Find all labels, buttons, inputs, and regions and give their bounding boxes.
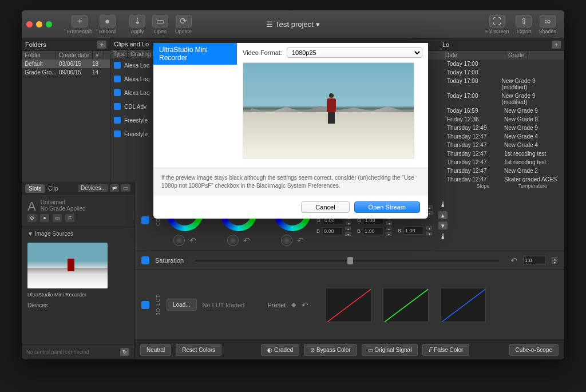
- reset-colors-button[interactable]: Reset Colors: [176, 344, 221, 356]
- look-row[interactable]: Today 17:00: [442, 68, 564, 77]
- lut-checkbox[interactable]: [141, 301, 149, 309]
- look-row[interactable]: Today 17:00New Grade 9 (modified): [442, 77, 564, 92]
- temp-down-icon[interactable]: ▾: [438, 221, 448, 229]
- gamma-knob[interactable]: [227, 235, 239, 246]
- green-curve[interactable]: [383, 288, 429, 322]
- undo-icon[interactable]: ↶: [510, 256, 517, 265]
- looks-title: Lo: [442, 41, 449, 48]
- tab-clip[interactable]: Clip: [45, 184, 61, 193]
- look-row[interactable]: Friday 12:36New Grade 9: [442, 115, 564, 124]
- slot-name-label: Unnamed: [27, 199, 128, 205]
- fullscreen-button[interactable]: ⛶Fullscreen: [485, 15, 509, 34]
- temperature-header: Temperature: [518, 183, 547, 189]
- open-stream-button[interactable]: Open Stream: [354, 201, 420, 213]
- project-title[interactable]: ☰ Test project ▾: [266, 20, 319, 29]
- graded-button[interactable]: ◐ Graded: [261, 344, 299, 356]
- open-button[interactable]: ▭Open: [152, 15, 168, 34]
- folders-columns: Folder Create date #: [22, 51, 110, 60]
- b-input[interactable]: [322, 227, 343, 235]
- framegrab-button[interactable]: ＋Framegrab: [67, 15, 92, 34]
- record-dot-icon[interactable]: ●: [40, 214, 49, 222]
- layout-icon[interactable]: ▭: [121, 184, 130, 192]
- undo-icon[interactable]: ↶: [302, 300, 308, 310]
- cdl-checkbox[interactable]: [141, 216, 149, 224]
- folder-row[interactable]: Default03/06/1518: [22, 60, 110, 68]
- slope-header: Slope: [476, 183, 489, 189]
- source-thumbnail[interactable]: [27, 243, 108, 288]
- saturation-section: Saturation ↶ ▴▾: [134, 251, 564, 270]
- window-controls: [26, 21, 52, 27]
- devices-section: Devices: [22, 299, 134, 312]
- load-button[interactable]: Load...: [167, 299, 197, 311]
- svg-line-2: [441, 288, 485, 322]
- export-button[interactable]: ⇧Export: [516, 15, 532, 34]
- slot-a[interactable]: A Unnamed No Grade Applied ⊘ ● ▭ F: [22, 195, 134, 227]
- lock-icon[interactable]: ⊘: [27, 214, 37, 222]
- thumbnail-label: UltraStudio Mini Recorder: [22, 291, 134, 299]
- original-button[interactable]: ▭ Original Signal: [362, 344, 418, 356]
- camera-icon[interactable]: ▭: [53, 214, 62, 222]
- slots-panel: SlotsClip Devices... ⇄ ▭ A Unnamed No Gr…: [22, 182, 134, 359]
- minimize-window-icon[interactable]: [36, 21, 42, 27]
- neutral-button[interactable]: Neutral: [140, 344, 171, 356]
- f-icon[interactable]: F: [65, 214, 74, 222]
- undo-icon[interactable]: ↶: [297, 236, 304, 245]
- saturation-value[interactable]: [523, 256, 546, 265]
- video-format-select[interactable]: 1080p25: [287, 47, 422, 58]
- b-slope-input[interactable]: [363, 227, 383, 235]
- look-row[interactable]: Thursday 12:47New Grade 4: [442, 132, 564, 141]
- blue-curve[interactable]: [440, 288, 486, 322]
- temp-up-icon[interactable]: ▴: [438, 211, 448, 219]
- clips-title: Clips and Lo: [114, 41, 149, 47]
- cancel-button[interactable]: Cancel: [301, 201, 349, 213]
- look-row[interactable]: Thursday 12:47New Grade 4: [442, 141, 564, 149]
- saturation-checkbox[interactable]: [141, 256, 149, 264]
- b-temp-input[interactable]: [403, 227, 424, 235]
- update-button[interactable]: ⟳Update: [175, 15, 192, 34]
- preset-label: Preset: [267, 302, 286, 308]
- look-row[interactable]: Thursday 12:49New Grade 9: [442, 124, 564, 132]
- undo-icon[interactable]: ↶: [243, 236, 250, 245]
- slot-state-label: No Grade Applied: [27, 205, 128, 212]
- saturation-label: Saturation: [155, 257, 184, 264]
- tab-slots[interactable]: Slots: [25, 184, 45, 193]
- undo-icon[interactable]: ↶: [189, 236, 196, 245]
- add-folder-button[interactable]: +: [97, 41, 106, 49]
- modal-hint: If the preview image stays black althoug…: [153, 168, 428, 196]
- look-row[interactable]: Today 16:59New Grade 9: [442, 106, 564, 115]
- look-row[interactable]: Thursday 12:471st recoding test: [442, 149, 564, 158]
- devices-button[interactable]: Devices...: [78, 184, 108, 192]
- red-curve[interactable]: [326, 288, 371, 322]
- saturation-slider[interactable]: [195, 260, 499, 262]
- stream-modal: UltraStudio Mini Recorder Video Format: …: [153, 43, 428, 219]
- falsecolor-button[interactable]: F False Color: [422, 344, 469, 356]
- refresh-icon[interactable]: ↻: [120, 348, 129, 356]
- folder-row[interactable]: Grade Gro...09/06/1514: [22, 68, 110, 77]
- close-window-icon[interactable]: [26, 21, 33, 27]
- look-row[interactable]: Today 17:00: [442, 60, 564, 68]
- lift-knob[interactable]: [173, 235, 185, 246]
- modal-sidebar: UltraStudio Mini Recorder: [153, 43, 237, 168]
- lut-section: 3D LUT Load... No LUT loaded Preset ◆ ↶: [134, 270, 564, 340]
- folders-panel: Folders+ Folder Create date # Default03/…: [22, 39, 110, 182]
- gain-knob[interactable]: [281, 235, 292, 246]
- video-format-label: Video Format:: [243, 49, 282, 56]
- look-row[interactable]: Today 17:00New Grade 9 (modified): [442, 92, 564, 106]
- look-row[interactable]: Thursday 12:47New Grade 2: [442, 167, 564, 175]
- record-button[interactable]: ●Record: [99, 15, 116, 34]
- swap-icon[interactable]: ⇄: [110, 184, 119, 192]
- bypass-button[interactable]: ⊘ Bypass Color: [304, 344, 357, 356]
- maximize-window-icon[interactable]: [46, 21, 52, 27]
- shades-button[interactable]: ∞Shades: [539, 15, 556, 34]
- image-sources-header[interactable]: ▼ Image Sources: [22, 227, 134, 240]
- preview-image: [243, 62, 414, 159]
- cubeoscope-button[interactable]: Cube-o-Scope: [509, 344, 559, 356]
- look-row[interactable]: Thursday 12:471st recoding test: [442, 158, 564, 167]
- modal-device-item[interactable]: UltraStudio Mini Recorder: [153, 43, 237, 65]
- add-look-button[interactable]: +: [552, 41, 561, 49]
- apply-button[interactable]: ⇣Apply: [129, 15, 145, 34]
- dropdown-icon: ▾: [316, 20, 320, 29]
- temperature-indicator-icon: 🌡: [439, 200, 447, 209]
- preset-dropdown-icon[interactable]: ◆: [291, 301, 296, 308]
- folders-title: Folders: [25, 41, 46, 48]
